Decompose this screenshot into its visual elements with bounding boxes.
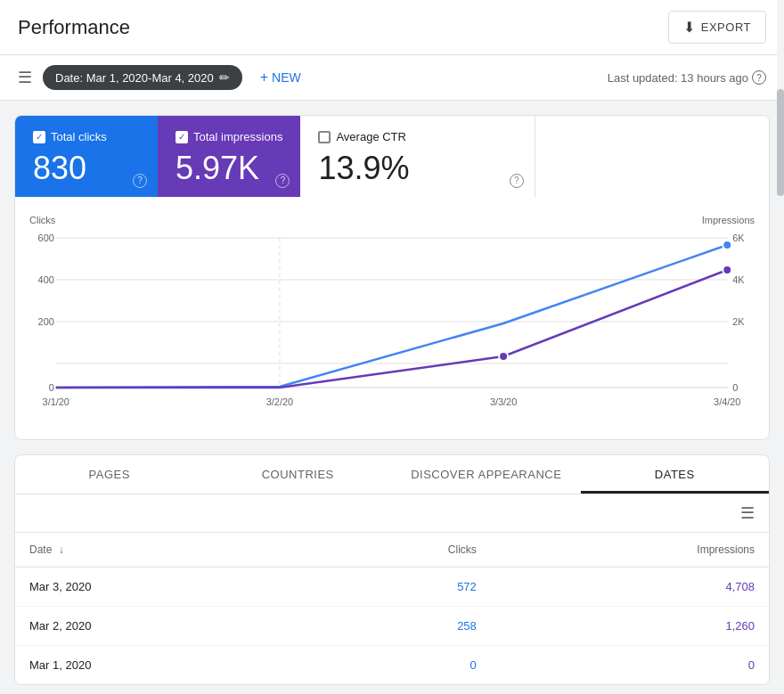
cell-impressions: 4,708 (491, 567, 769, 606)
svg-point-15 (723, 241, 731, 249)
table-row: Mar 2, 20202581,260 (15, 606, 769, 645)
sort-icon: ↓ (59, 543, 64, 556)
metrics-row: Total clicks 830 ? Total impressions 5.9… (15, 116, 769, 197)
ctr-checkbox[interactable] (318, 131, 331, 143)
help-icon[interactable]: ? (752, 70, 766, 85)
edit-icon: ✏ (219, 70, 230, 85)
clicks-help: ? (133, 172, 147, 188)
cell-date: Mar 3, 2020 (15, 567, 306, 606)
svg-text:6K: 6K (732, 233, 745, 243)
scrollbar-thumb[interactable] (777, 89, 784, 196)
tab-countries[interactable]: COUNTRIES (204, 455, 393, 494)
svg-point-16 (723, 265, 731, 274)
metric-tile-position[interactable] (535, 116, 769, 197)
right-axis-label: Impressions (702, 215, 755, 225)
cell-impressions: 1,260 (491, 606, 769, 645)
toolbar: ☰ Date: Mar 1, 2020-Mar 4, 2020 ✏ + NEW … (0, 55, 784, 101)
svg-text:3/1/20: 3/1/20 (43, 396, 69, 407)
ctr-value: 13.9% (318, 151, 516, 186)
svg-text:3/4/20: 3/4/20 (714, 396, 740, 407)
tab-dates[interactable]: DATES (581, 455, 770, 494)
col-header-date[interactable]: Date ↓ (15, 533, 306, 567)
impressions-help-icon[interactable]: ? (275, 174, 290, 188)
data-table: Date ↓ Clicks Impressions Mar 3, 2020572… (15, 533, 769, 684)
header: Performance ⬇ EXPORT (0, 0, 784, 55)
svg-text:2K: 2K (732, 316, 745, 327)
svg-text:3/2/20: 3/2/20 (266, 396, 293, 407)
export-button[interactable]: ⬇ EXPORT (668, 11, 766, 44)
download-icon: ⬇ (683, 19, 696, 36)
cell-clicks: 572 (306, 567, 491, 606)
clicks-label: Total clicks (51, 130, 107, 143)
table-card: PAGES COUNTRIES DISCOVER APPEARANCE DATE… (14, 454, 770, 685)
svg-text:3/3/20: 3/3/20 (490, 396, 517, 407)
tabs: PAGES COUNTRIES DISCOVER APPEARANCE DATE… (15, 455, 769, 494)
clicks-help-icon[interactable]: ? (133, 174, 147, 188)
date-filter[interactable]: Date: Mar 1, 2020-Mar 4, 2020 ✏ (43, 65, 242, 90)
last-updated: Last updated: 13 hours ago ? (608, 70, 766, 85)
cell-date: Mar 1, 2020 (15, 645, 306, 684)
last-updated-text: Last updated: 13 hours ago (608, 71, 748, 85)
main-content: Total clicks 830 ? Total impressions 5.9… (0, 101, 784, 694)
svg-text:4K: 4K (732, 274, 745, 285)
tab-discover[interactable]: DISCOVER APPEARANCE (392, 455, 581, 494)
metric-label-impressions: Total impressions (176, 130, 282, 143)
svg-text:0: 0 (49, 382, 54, 393)
page-scrollbar[interactable] (777, 0, 784, 694)
cell-impressions: 0 (491, 645, 769, 684)
new-label: NEW (272, 70, 301, 85)
export-label: EXPORT (701, 20, 751, 34)
svg-text:600: 600 (38, 233, 54, 243)
chart-card: Total clicks 830 ? Total impressions 5.9… (14, 115, 770, 440)
table-row: Mar 3, 20205724,708 (15, 567, 769, 606)
svg-text:0: 0 (732, 382, 738, 393)
cell-date: Mar 2, 2020 (15, 606, 306, 645)
filter-row: ☰ (15, 494, 769, 533)
impressions-label: Total impressions (193, 130, 282, 143)
cell-clicks: 258 (306, 606, 491, 645)
filter-icon[interactable]: ☰ (740, 503, 755, 523)
plus-icon: + (260, 69, 268, 86)
impressions-checkbox[interactable] (176, 131, 188, 143)
col-header-clicks: Clicks (306, 533, 491, 567)
page-title: Performance (18, 16, 130, 39)
metric-label-clicks: Total clicks (33, 130, 140, 143)
toolbar-left: ☰ Date: Mar 1, 2020-Mar 4, 2020 ✏ + NEW (18, 64, 308, 91)
chart-area: Clicks Impressions 600 400 200 (15, 197, 769, 439)
chart-svg: 600 400 200 0 6K 4K 2K 0 (29, 229, 755, 425)
ctr-label: Average CTR (336, 130, 406, 143)
tab-pages[interactable]: PAGES (15, 455, 204, 494)
svg-text:400: 400 (38, 274, 54, 285)
metric-tile-ctr[interactable]: Average CTR 13.9% ? (300, 116, 535, 197)
date-filter-label: Date: Mar 1, 2020-Mar 4, 2020 (55, 71, 214, 85)
cell-clicks: 0 (306, 645, 491, 684)
left-axis-label: Clicks (29, 215, 55, 225)
ctr-help-icon[interactable]: ? (510, 174, 524, 188)
clicks-checkbox[interactable] (33, 131, 45, 143)
impressions-value: 5.97K (176, 151, 282, 186)
col-header-impressions: Impressions (491, 533, 769, 567)
table-row: Mar 1, 202000 (15, 645, 769, 684)
svg-point-17 (499, 352, 508, 361)
metric-tile-clicks[interactable]: Total clicks 830 ? (15, 116, 158, 197)
table-header-row: Date ↓ Clicks Impressions (15, 533, 769, 567)
impressions-help: ? (275, 172, 290, 188)
clicks-value: 830 (33, 151, 140, 186)
metric-tile-impressions[interactable]: Total impressions 5.97K ? (158, 116, 300, 197)
new-button[interactable]: + NEW (253, 64, 308, 91)
ctr-help: ? (510, 172, 524, 188)
metric-label-ctr: Average CTR (318, 130, 516, 143)
menu-icon[interactable]: ☰ (18, 68, 32, 87)
svg-text:200: 200 (38, 316, 54, 327)
